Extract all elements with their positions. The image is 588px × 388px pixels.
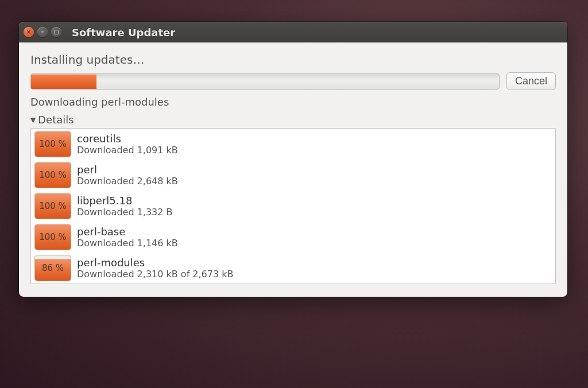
percent-label: 100 %	[39, 170, 67, 180]
list-item[interactable]: 100 %libperl5.18Downloaded 1,332 B	[31, 191, 555, 222]
progress-row: Cancel	[30, 72, 556, 90]
percent-badge: 100 %	[34, 224, 71, 250]
list-item[interactable]: 100 %coreutilsDownloaded 1,091 kB	[31, 129, 555, 160]
percent-badge: 100 %	[34, 193, 71, 219]
package-status: Downloaded 1,091 kB	[77, 145, 178, 156]
item-text: coreutilsDownloaded 1,091 kB	[77, 133, 178, 156]
percent-badge: 100 %	[34, 162, 71, 188]
package-name: perl-modules	[77, 257, 233, 269]
window-content: Installing updates… Cancel Downloading p…	[19, 42, 567, 297]
overall-progressbar-fill	[31, 74, 96, 89]
percent-label: 100 %	[39, 201, 67, 211]
percent-badge: 100 %	[34, 131, 71, 157]
minimize-icon: –	[41, 29, 44, 35]
page-heading: Installing updates…	[30, 53, 556, 67]
titlebar[interactable]: × – ▢ Software Updater	[19, 22, 567, 42]
percent-label: 86 %	[42, 263, 64, 273]
package-status: Downloaded 1,146 kB	[77, 238, 178, 249]
details-expander[interactable]: ▼ Details	[30, 114, 556, 126]
list-item[interactable]: 100 %perl-baseDownloaded 1,146 kB	[31, 222, 555, 253]
item-text: perlDownloaded 2,648 kB	[77, 164, 178, 187]
percent-label: 100 %	[39, 232, 67, 242]
minimize-button[interactable]: –	[37, 27, 48, 37]
package-name: coreutils	[77, 133, 178, 145]
package-name: perl	[77, 164, 178, 176]
chevron-down-icon: ▼	[30, 116, 36, 124]
package-status: Downloaded 2,648 kB	[77, 176, 178, 187]
percent-label: 100 %	[39, 139, 67, 149]
cancel-button[interactable]: Cancel	[506, 72, 556, 90]
close-icon: ×	[26, 29, 31, 35]
item-text: perl-modulesDownloaded 2,310 kB of 2,673…	[77, 257, 233, 280]
package-status: Downloaded 1,332 B	[77, 207, 172, 218]
percent-badge: 86 %	[34, 255, 71, 281]
details-label: Details	[38, 114, 74, 126]
close-button[interactable]: ×	[24, 27, 34, 37]
list-item[interactable]: 86 %perl-modulesDownloaded 2,310 kB of 2…	[31, 253, 555, 284]
item-text: perl-baseDownloaded 1,146 kB	[77, 226, 178, 249]
item-text: libperl5.18Downloaded 1,332 B	[77, 195, 172, 218]
overall-progressbar	[30, 73, 500, 90]
maximize-button[interactable]: ▢	[51, 27, 61, 37]
package-name: perl-base	[77, 226, 178, 238]
list-item[interactable]: 100 %perlDownloaded 2,648 kB	[31, 160, 555, 191]
window-title: Software Updater	[72, 26, 175, 38]
maximize-icon: ▢	[53, 29, 59, 35]
details-list: 100 %coreutilsDownloaded 1,091 kB100 %pe…	[30, 128, 556, 284]
status-line: Downloading perl-modules	[30, 96, 556, 108]
package-name: libperl5.18	[77, 195, 172, 207]
package-status: Downloaded 2,310 kB of 2,673 kB	[77, 269, 233, 280]
software-updater-window: × – ▢ Software Updater Installing update…	[19, 22, 567, 297]
